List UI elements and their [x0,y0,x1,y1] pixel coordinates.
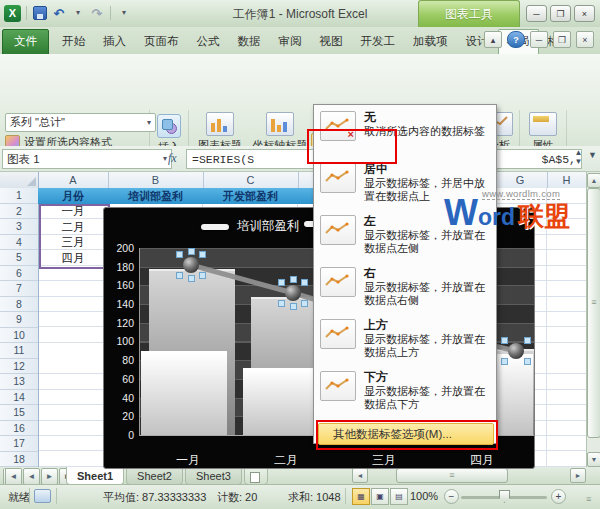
divider [26,6,27,20]
row-header[interactable]: 16 [0,421,38,437]
ribbon-tab[interactable]: 开始 [53,29,94,54]
column-header-g[interactable]: G [493,172,548,188]
redo-button[interactable]: ↷ [89,5,105,21]
zoom-out-icon[interactable]: − [444,489,459,504]
help-icon[interactable]: ? [507,31,525,48]
row-header[interactable]: 3 [0,219,38,235]
minimize-button[interactable]: ─ [526,5,547,22]
ribbon-tab[interactable]: 数据 [229,29,270,54]
cell-b1[interactable]: 培训部盈利 [108,188,203,204]
row-header[interactable]: 5 [0,250,38,266]
prev-sheet-icon[interactable]: ◄ [23,468,40,485]
data-point-marker[interactable] [183,257,199,273]
row-header[interactable]: 11 [0,343,38,359]
vertical-scroll-thumb[interactable]: ≡ [587,188,600,438]
chart-element-selector[interactable]: 系列 "总计" ▾ [5,113,156,132]
qat-customize-dropdown[interactable]: ▾ [116,5,132,21]
scroll-up-icon[interactable]: ▲ [587,173,600,188]
menu-item-text: 上方显示数据标签，并放置在数据点上方 [364,319,492,369]
ribbon-tab[interactable]: 插入 [94,29,135,54]
macro-record-icon[interactable] [34,489,51,503]
insert-worksheet-icon[interactable] [244,468,268,485]
scroll-down-icon[interactable]: ▼ [587,452,600,467]
save-button[interactable] [32,5,48,21]
ribbon-tab[interactable]: 审阅 [270,29,311,54]
menu-item[interactable]: × 无取消所选内容的数据标签 [314,109,496,161]
data-labels-dropdown-menu: × 无取消所选内容的数据标签 居中显示数据标签，并居中放置在数据点上 [313,104,497,444]
row-header[interactable]: 2 [0,204,38,220]
menu-item-desc: 显示数据标签，并放置在数据点左侧 [364,229,485,254]
ribbon-tab[interactable]: 页面布 [135,29,188,54]
thumb-grip: ≡ [397,469,507,481]
page-layout-view-icon[interactable]: ▣ [371,488,389,505]
excel-logo-icon[interactable]: X [4,5,21,22]
row-header[interactable]: 7 [0,281,38,297]
resize-grip[interactable]: ≡ [586,494,591,504]
ribbon-tab[interactable]: 公式 [188,29,229,54]
row-header[interactable]: 8 [0,297,38,313]
column-header-h[interactable]: H [547,172,587,188]
zoom-in-icon[interactable]: + [551,489,566,504]
doc-restore-icon[interactable]: ❐ [553,31,571,48]
row-header[interactable]: 14 [0,390,38,406]
x-axis: 一月 二月 三月 四月 [139,452,531,469]
column-header-b[interactable]: B [108,172,204,188]
menu-item[interactable]: 右显示数据标签，并放置在数据点右侧 [314,265,496,317]
next-sheet-icon[interactable]: ► [41,468,58,485]
axis-titles-icon [266,112,294,136]
data-point-marker[interactable] [508,343,524,359]
row-header[interactable]: 13 [0,374,38,390]
sheet-tab[interactable]: Sheet1 [66,467,124,485]
column-header-a[interactable]: A [38,172,109,188]
horizontal-scrollbar[interactable]: ◄ ≡ ► [352,468,586,483]
data-label-position-icon [320,215,356,245]
row-header[interactable]: 15 [0,405,38,421]
row-header[interactable]: 4 [0,235,38,251]
doc-close-icon[interactable]: × [576,31,594,48]
row-header[interactable]: 9 [0,312,38,328]
sheet-tab[interactable]: Sheet2 [126,467,183,485]
row-header[interactable]: 10 [0,328,38,344]
menu-item[interactable]: 下方显示数据标签，并放置在数据点下方 [314,369,496,421]
formula-bar-spinner[interactable]: ▲ ▼ [572,148,585,166]
restore-button[interactable]: ❐ [550,5,571,22]
undo-button[interactable]: ↶ [51,5,67,21]
ribbon-tab[interactable]: 视图 [311,29,352,54]
select-all-corner[interactable] [0,172,39,189]
spinner-up-icon[interactable]: ▲ [572,148,585,157]
collapse-ribbon-icon[interactable]: ▴ [484,31,502,48]
scroll-right-icon[interactable]: ► [570,468,586,483]
horizontal-scroll-thumb[interactable]: ≡ [396,468,508,483]
undo-dropdown[interactable]: ▾ [70,5,86,21]
row-header[interactable]: 1 [0,188,38,204]
normal-view-icon[interactable]: ▦ [352,488,370,505]
name-box[interactable]: 图表 1 ▾ [2,149,172,169]
ribbon-tab[interactable]: 加载项 [404,29,457,54]
sheet-tab[interactable]: Sheet3 [185,467,242,485]
menu-item[interactable]: 居中显示数据标签，并居中放置在数据点上 [314,161,496,213]
expand-formula-bar-icon[interactable]: ▼ [588,152,597,158]
first-sheet-icon[interactable]: ◄ [3,468,22,485]
scroll-left-icon[interactable]: ◄ [352,468,368,483]
menu-item[interactable]: 上方显示数据标签，并放置在数据点上方 [314,317,496,369]
row-header[interactable]: 12 [0,359,38,375]
x-axis-label: 四月 [433,452,531,469]
column-header-c[interactable]: C [203,172,299,188]
cell-a1[interactable]: 月份 [38,188,108,204]
menu-item-title: 上方 [364,319,492,332]
excel-window: 工作簿1 - Microsoft Excel 图表工具 X ↶ ▾ ↷ ▾ ─ … [0,0,600,509]
close-button[interactable]: × [574,5,595,22]
row-header[interactable]: 18 [0,452,38,468]
ribbon-tab[interactable]: 文件 [2,29,49,55]
menu-item[interactable]: 左显示数据标签，并放置在数据点左侧 [314,213,496,265]
cell-c1[interactable]: 开发部盈利 [203,188,298,204]
more-data-label-options[interactable]: 其他数据标签选项(M)... [318,423,494,445]
menu-item-desc: 显示数据标签，并居中放置在数据点上 [364,177,485,202]
row-header[interactable]: 6 [0,266,38,282]
data-point-marker[interactable] [285,285,301,301]
doc-minimize-icon[interactable]: ─ [530,31,548,48]
page-break-view-icon[interactable]: ▤ [390,488,408,505]
spinner-down-icon[interactable]: ▼ [572,157,585,166]
row-header[interactable]: 17 [0,436,38,452]
ribbon-tab[interactable]: 开发工 [352,29,405,54]
